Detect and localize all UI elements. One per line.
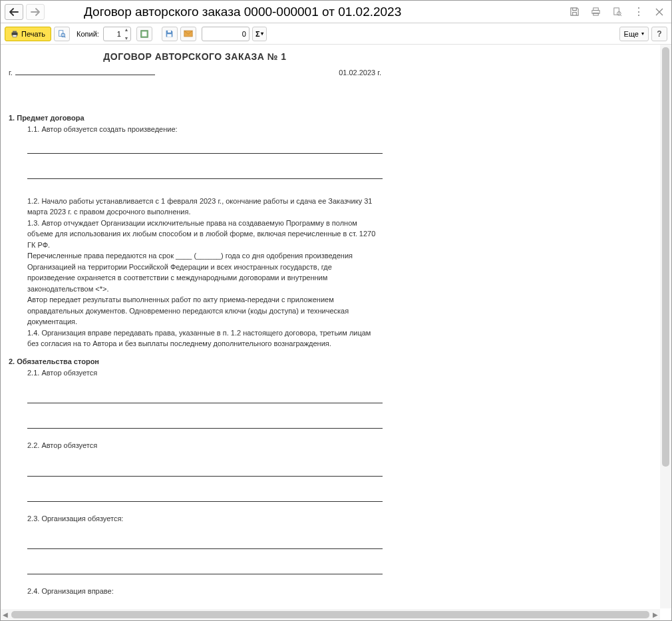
city-underline bbox=[15, 75, 155, 75]
preview-button[interactable] bbox=[54, 27, 70, 41]
city-prefix: г. bbox=[9, 69, 13, 77]
content-area: ДОГОВОР АВТОРСКОГО ЗАКАЗА № 1 г. 01.02.2… bbox=[1, 45, 671, 620]
help-button[interactable]: ? bbox=[651, 27, 667, 41]
copies-label: Копий: bbox=[77, 30, 99, 38]
back-button[interactable] bbox=[5, 4, 23, 20]
window-title: Договор авторского заказа 0000-000001 от… bbox=[84, 5, 569, 19]
sigma-button[interactable]: Σ ▾ bbox=[252, 27, 267, 41]
svg-rect-15 bbox=[168, 34, 172, 37]
copies-input[interactable] bbox=[103, 27, 131, 41]
fill-line bbox=[27, 403, 383, 429]
scrollbar-vertical[interactable] bbox=[660, 45, 671, 608]
app-window: Договор авторского заказа 0000-000001 от… bbox=[0, 0, 672, 621]
preview-icon[interactable] bbox=[611, 7, 622, 17]
print-button[interactable]: Печать bbox=[5, 27, 51, 41]
svg-rect-13 bbox=[142, 31, 146, 36]
title-actions: ⋮ bbox=[569, 7, 667, 17]
section-1-head: 1. Предмет договора bbox=[9, 81, 660, 122]
close-icon[interactable] bbox=[654, 7, 665, 17]
clause-1-2: 1.2. Начало работы устанавливается с 1 ф… bbox=[9, 194, 381, 218]
save-icon[interactable] bbox=[569, 7, 580, 17]
svg-line-11 bbox=[65, 36, 66, 37]
svg-rect-6 bbox=[13, 31, 17, 32]
clause-1-3b: Перечисленные права передаются на срок _… bbox=[9, 250, 381, 294]
svg-rect-8 bbox=[13, 35, 17, 37]
section-2-head: 2. Обязательства сторон bbox=[9, 349, 660, 365]
fill-line bbox=[27, 135, 383, 154]
clause-1-3c: Автор передает результаты выполненных ра… bbox=[9, 294, 381, 327]
clause-2-4: 2.4. Организация вправе: bbox=[9, 584, 381, 597]
forward-button[interactable] bbox=[26, 4, 45, 20]
scroll-thumb[interactable] bbox=[662, 47, 669, 467]
scroll-right-icon[interactable]: ▶ bbox=[651, 611, 660, 618]
titlebar: Договор авторского заказа 0000-000001 от… bbox=[1, 1, 671, 23]
document-view[interactable]: ДОГОВОР АВТОРСКОГО ЗАКАЗА № 1 г. 01.02.2… bbox=[1, 45, 660, 609]
clause-2-2: 2.2. Автор обязуется bbox=[9, 438, 381, 451]
fill-line bbox=[27, 477, 383, 502]
city-date-row: г. 01.02.2023 г. bbox=[9, 66, 381, 81]
fill-line bbox=[27, 549, 383, 574]
scroll-left-icon[interactable]: ◀ bbox=[1, 611, 10, 618]
scrollbar-horizontal[interactable]: ◀ ▶ bbox=[1, 609, 660, 620]
print-icon[interactable] bbox=[590, 7, 601, 17]
fill-line bbox=[27, 451, 383, 477]
clause-2-1: 2.1. Автор обязуется bbox=[9, 365, 381, 379]
more-icon[interactable]: ⋮ bbox=[633, 7, 643, 17]
svg-rect-0 bbox=[593, 8, 598, 11]
clause-1-1: 1.1. Автор обязуется создать произведени… bbox=[9, 122, 381, 135]
number-input[interactable] bbox=[202, 27, 250, 41]
fill-line bbox=[27, 524, 383, 549]
save-button[interactable] bbox=[162, 27, 178, 41]
more-button[interactable]: Еще ▾ bbox=[619, 27, 649, 41]
fill-line bbox=[27, 378, 383, 403]
clause-2-3: 2.3. Организация обязуется: bbox=[9, 511, 381, 524]
mail-button[interactable] bbox=[180, 27, 196, 41]
clause-1-4: 1.4. Организация вправе передавать права… bbox=[9, 327, 381, 349]
scroll-thumb[interactable] bbox=[11, 611, 649, 618]
fill-line bbox=[27, 597, 383, 610]
doc-title: ДОГОВОР АВТОРСКОГО ЗАКАЗА № 1 bbox=[9, 47, 381, 66]
print-button-label: Печать bbox=[21, 30, 45, 38]
svg-rect-3 bbox=[613, 8, 619, 15]
doc-date: 01.02.2023 г. bbox=[339, 69, 381, 77]
svg-line-5 bbox=[620, 15, 621, 16]
svg-rect-14 bbox=[168, 31, 171, 33]
template-button[interactable] bbox=[136, 27, 152, 41]
toolbar: Печать Копий: ▲▼ Σ ▾ Еще ▾ ? bbox=[1, 23, 671, 45]
fill-line bbox=[27, 154, 383, 179]
clause-1-3: 1.3. Автор отчуждает Организации исключи… bbox=[9, 218, 381, 251]
